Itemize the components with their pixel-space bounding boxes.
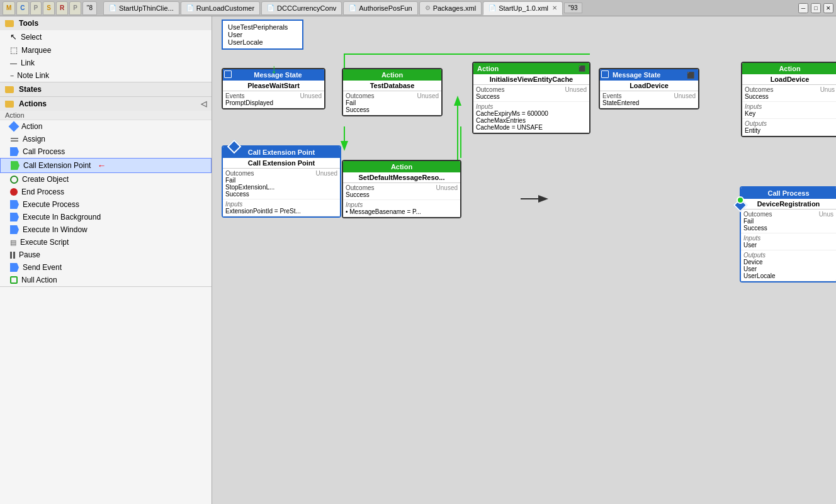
node-action-2[interactable]: Action ⬛ InitialiseViewEntityCache Outco…: [472, 62, 590, 134]
tools-label: Tools: [19, 19, 38, 28]
sidebar-item-execprocess[interactable]: Execute Process: [0, 198, 212, 211]
tab-runload[interactable]: 📄 RunLoadCustomer: [181, 1, 260, 15]
node-action-1[interactable]: Action TestDatabase Outcomes Unused Fail…: [342, 68, 443, 116]
tab-dcc[interactable]: 📄 DCCCurrencyConv: [261, 1, 342, 15]
tab-startupthin[interactable]: 📄 StartUpThinClie...: [103, 1, 179, 15]
sidebar-item-endprocess[interactable]: End Process: [0, 186, 212, 198]
sidebar-item-link[interactable]: — Link: [0, 57, 212, 69]
endprocess-label: End Process: [21, 188, 64, 196]
tab-packages-icon: ⚙: [425, 4, 431, 11]
node-callext-1[interactable]: Call Extension Point Call Extension Poin…: [222, 145, 341, 218]
tab-startupthin-icon: 📄: [109, 4, 116, 11]
sidebar-item-execscript[interactable]: ▤ Execute Script: [0, 236, 212, 249]
node-action-2-icon: ⬛: [579, 65, 585, 72]
tab-authorise-icon: 📄: [349, 4, 356, 11]
states-header[interactable]: States: [0, 82, 212, 96]
marquee-icon: ⬚: [10, 45, 18, 55]
top-dropdown-list: UseTestPeripherals User UserLocale: [222, 20, 303, 50]
pause-icon: [10, 252, 15, 259]
sidebar-item-execwin[interactable]: Execute In Window: [0, 223, 212, 236]
node-action-4-title: Action: [391, 163, 412, 171]
tab-s[interactable]: S: [43, 1, 55, 15]
node-action-1-section1: Outcomes Unused Fail Success: [343, 91, 441, 115]
node-msg-state-1-name: PleaseWaitStart: [223, 81, 324, 91]
node-callext-1-section2: Inputs ExtensionPointId = PreSt...: [223, 199, 340, 216]
sidebar-item-callprocess[interactable]: Call Process: [0, 145, 212, 158]
top-list-item-3: UserLocale: [228, 38, 297, 46]
node-action-2-section2: Inputs CacheExpiryMs = 600000 CacheMaxEn…: [473, 102, 589, 133]
node-msg-state-1-section1: Events Unused PromptDisplayed: [223, 91, 324, 108]
node-action-3-section2: Inputs Key: [742, 102, 836, 119]
tab-runload-label: RunLoadCustomer: [196, 4, 254, 12]
svg-marker-7: [10, 263, 19, 272]
state-icon-2: [601, 70, 609, 78]
tab-overflow-left[interactable]: "8: [82, 1, 97, 15]
node-msg-state-1-title: Message State: [254, 71, 302, 79]
sidebar-item-pause[interactable]: Pause: [0, 249, 212, 261]
action-label: Action: [21, 122, 42, 131]
canvas-area[interactable]: UseTestPeripherals User UserLocale ↓ Mes…: [212, 16, 836, 504]
node-msg-state-2[interactable]: Message State ⬛ LoadDevice Events Unused…: [599, 68, 699, 109]
node-callprocess-1-section1: Outcomes Unus Fail Success: [741, 210, 836, 233]
tab-startup10-icon: 📄: [489, 4, 496, 11]
sidebar-item-nullaction[interactable]: Null Action: [0, 274, 212, 286]
actions-collapse-btn[interactable]: ◁: [201, 99, 206, 108]
tab-authorise-label: AuthorisePosFun: [359, 4, 412, 12]
node-callprocess-1[interactable]: Call Process DeviceRegistration Outcomes…: [740, 186, 836, 283]
node-callext-1-section1: Outcomes Unused Fail StopExtensionL... S…: [223, 169, 340, 199]
node-action-2-header: Action ⬛: [473, 63, 589, 74]
window-restore[interactable]: □: [811, 3, 821, 13]
nullaction-label: Null Action: [21, 276, 57, 284]
tools-header[interactable]: Tools: [0, 16, 212, 30]
tab-p1[interactable]: P: [30, 1, 42, 15]
node-action-1-header: Action: [343, 69, 441, 81]
tab-p2[interactable]: P: [69, 1, 81, 15]
tab-authorise[interactable]: 📄 AuthorisePosFun: [343, 1, 417, 15]
node-callprocess-1-header: Call Process: [741, 188, 836, 199]
sidebar-item-action[interactable]: Action: [0, 120, 212, 133]
sidebar-item-execbg[interactable]: Execute In Background: [0, 211, 212, 223]
tab-bar: M C P S R P "8 📄 StartUpThinClie... 📄 Ru…: [0, 0, 836, 16]
sidebar-item-assign[interactable]: Assign: [0, 133, 212, 145]
node-action-4-section1: Outcomes Unused Success: [343, 183, 460, 200]
sidebar-item-select[interactable]: ↖ Select: [0, 30, 212, 43]
action-icon: [9, 121, 20, 132]
select-icon: ↖: [10, 32, 17, 42]
node-action-4-section2: Inputs • MessageBasename = P...: [343, 200, 460, 217]
callext-arrow: ←: [97, 160, 106, 171]
node-action-3-title: Action: [779, 65, 800, 72]
actions-header[interactable]: Actions ◁: [0, 97, 212, 111]
marquee-label: Marquee: [21, 46, 51, 55]
sidebar-item-marquee[interactable]: ⬚ Marquee: [0, 43, 212, 57]
top-list-item-2: User: [228, 31, 297, 38]
tab-r[interactable]: R: [56, 1, 68, 15]
tools-folder-icon: [5, 20, 14, 27]
tab-startup10-close[interactable]: ✕: [552, 4, 557, 11]
action-section-sublabel: Action: [0, 111, 212, 120]
assign-label: Assign: [23, 135, 45, 143]
node-callprocess-1-name: DeviceRegistration: [741, 199, 836, 210]
actions-folder-icon: [5, 101, 14, 108]
top-arrow: ↓: [271, 62, 277, 76]
tab-c[interactable]: C: [16, 1, 28, 15]
sidebar-item-notelink[interactable]: ··· Note Link: [0, 69, 212, 82]
sidebar-item-callext[interactable]: Call Extension Point ←: [0, 158, 212, 173]
node-action-4[interactable]: Action SetDefaultMessageReso... Outcomes…: [342, 160, 461, 218]
node-callprocess-1-title: Call Process: [767, 189, 809, 197]
tab-startup10-label: StartUp_1.0.xml: [499, 4, 548, 12]
states-section: States: [0, 82, 212, 97]
sidebar-item-sendevent[interactable]: Send Event: [0, 261, 212, 274]
link-icon: —: [10, 59, 17, 67]
tab-overflow-right[interactable]: "93: [564, 3, 582, 13]
tab-startup10[interactable]: 📄 StartUp_1.0.xml ✕: [483, 1, 563, 15]
endprocess-icon: [10, 188, 18, 196]
window-close[interactable]: ✕: [823, 3, 833, 13]
window-minimize[interactable]: ─: [798, 3, 808, 13]
tab-dcc-icon: 📄: [267, 4, 274, 11]
node-action-3-section3: Outputs Entity: [742, 119, 836, 136]
node-action-3[interactable]: Action LoadDevice Outcomes Unus Success …: [741, 62, 836, 137]
sidebar-item-createobj[interactable]: Create Object: [0, 173, 212, 186]
tab-m[interactable]: M: [3, 1, 15, 15]
tab-packages[interactable]: ⚙ Packages.xml: [419, 1, 482, 15]
node-action-2-title: Action: [477, 65, 499, 72]
